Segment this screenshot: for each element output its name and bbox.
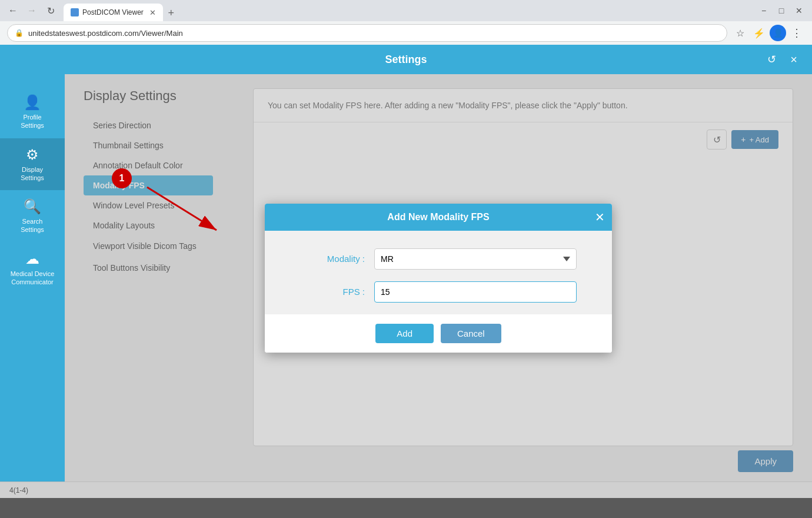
settings-sidebar: 👤 ProfileSettings ⚙ DisplaySettings 🔍 Se…	[0, 74, 65, 482]
inner-dialog-footer: Add Cancel	[265, 314, 612, 353]
inner-dialog-close-button[interactable]: ✕	[595, 210, 605, 224]
inner-dialog-backdrop: 1	[65, 74, 812, 482]
url-bar[interactable]: 🔒 unitedstateswest.postdicom.com/Viewer/…	[7, 24, 727, 42]
extensions-icon[interactable]: ⚡	[751, 25, 767, 41]
window-controls: − □ ✕	[756, 2, 807, 19]
settings-body: 👤 ProfileSettings ⚙ DisplaySettings 🔍 Se…	[0, 74, 812, 482]
minimize-button[interactable]: −	[756, 2, 772, 19]
modality-label: Modality :	[300, 254, 365, 264]
app-container: postDICOM Settings ↺ × 👤 ProfileSettings	[0, 45, 812, 498]
back-button[interactable]: ←	[5, 2, 21, 19]
browser-action-icons: ☆ ⚡ 👤 ⋮	[732, 25, 805, 41]
inner-dialog-header: Add New Modality FPS ✕	[265, 204, 612, 231]
display-sidebar-icon: ⚙	[26, 147, 39, 163]
profile-sidebar-label: ProfileSettings	[21, 113, 44, 130]
svg-line-1	[147, 187, 217, 230]
annotation-circle-1: 1	[112, 168, 132, 188]
fps-row: FPS :	[300, 281, 577, 303]
close-tab-icon[interactable]: ✕	[149, 8, 156, 17]
sidebar-item-search[interactable]: 🔍 SearchSettings	[0, 190, 65, 243]
search-sidebar-icon: 🔍	[24, 198, 41, 215]
tab-title: PostDICOM Viewer	[82, 8, 144, 16]
profile-icon[interactable]: 👤	[770, 25, 786, 41]
fps-input[interactable]	[374, 281, 577, 303]
dialog-cancel-button[interactable]: Cancel	[441, 324, 501, 343]
maximize-button[interactable]: □	[773, 2, 790, 19]
dialog-add-button[interactable]: Add	[375, 324, 434, 343]
page-bottom-bar: 4(1-4)	[0, 482, 812, 498]
inner-dialog: Add New Modality FPS ✕ Modality : MR CT	[265, 204, 612, 353]
medical-sidebar-icon: ☁	[25, 251, 39, 267]
display-sidebar-label: DisplaySettings	[21, 165, 44, 182]
inner-dialog-body: Modality : MR CT CR DX US FPS	[265, 231, 612, 314]
pagination-text: 4(1-4)	[9, 486, 28, 494]
settings-reset-button[interactable]: ↺	[763, 51, 780, 68]
close-window-button[interactable]: ✕	[791, 2, 807, 19]
profile-sidebar-icon: 👤	[24, 94, 41, 111]
sidebar-item-medical[interactable]: ☁ Medical DeviceCommunicator	[0, 243, 65, 295]
browser-title-bar: ← → ↻ PostDICOM Viewer ✕ + − □ ✕	[0, 0, 812, 21]
forward-button[interactable]: →	[24, 2, 40, 19]
sidebar-item-display[interactable]: ⚙ DisplaySettings	[0, 138, 65, 191]
browser-tab-active[interactable]: PostDICOM Viewer ✕	[64, 4, 163, 21]
inner-dialog-title: Add New Modality FPS	[387, 212, 489, 223]
modality-row: Modality : MR CT CR DX US	[300, 248, 577, 270]
browser-chrome: ← → ↻ PostDICOM Viewer ✕ + − □ ✕ 🔒 unite…	[0, 0, 812, 45]
url-text: unitedstateswest.postdicom.com/Viewer/Ma…	[28, 29, 183, 38]
modality-select[interactable]: MR CT CR DX US	[374, 248, 577, 270]
tab-favicon	[71, 8, 79, 16]
settings-modal: Settings ↺ × 👤 ProfileSettings ⚙ Display…	[0, 45, 812, 498]
settings-header-icons: ↺ ×	[763, 51, 803, 68]
address-bar: 🔒 unitedstateswest.postdicom.com/Viewer/…	[0, 21, 812, 45]
settings-title: Settings	[385, 54, 427, 66]
lock-icon: 🔒	[15, 29, 24, 37]
sidebar-item-profile[interactable]: 👤 ProfileSettings	[0, 86, 65, 138]
new-tab-button[interactable]: +	[163, 5, 179, 21]
tab-bar: PostDICOM Viewer ✕ +	[64, 0, 753, 21]
fps-label: FPS :	[300, 287, 365, 297]
search-sidebar-label: SearchSettings	[21, 217, 44, 234]
settings-close-button[interactable]: ×	[785, 51, 803, 68]
reload-button[interactable]: ↻	[42, 2, 59, 19]
medical-sidebar-label: Medical DeviceCommunicator	[11, 270, 55, 287]
settings-main-content: Display Settings Series Direction Thumbn…	[65, 74, 812, 482]
star-icon[interactable]: ☆	[732, 25, 748, 41]
menu-icon[interactable]: ⋮	[788, 25, 805, 41]
settings-header: Settings ↺ ×	[0, 45, 812, 74]
